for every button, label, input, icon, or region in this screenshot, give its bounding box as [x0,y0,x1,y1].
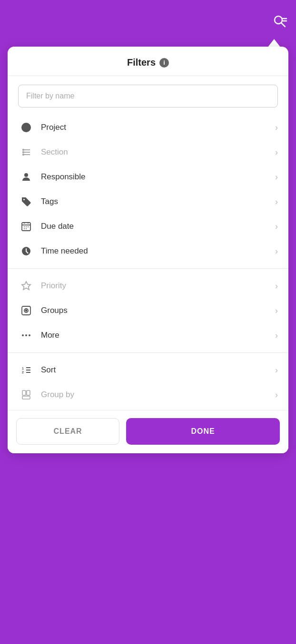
filter-list-secondary: Priority › Groups › [8,271,288,351]
search-container [8,76,288,112]
group-by-icon [18,389,34,400]
svg-point-11 [24,173,28,177]
filter-item-groups[interactable]: Groups › [8,298,288,323]
top-bar [0,0,296,43]
divider-1 [8,268,288,269]
filter-item-sort[interactable]: 1 2 Sort › [8,358,288,382]
panel-header: Filters i [8,47,288,76]
search-filter-icon[interactable] [272,14,287,29]
due-date-icon [18,221,34,232]
sort-icon: 1 2 [18,364,34,376]
filter-item-section[interactable]: Section › [8,140,288,165]
priority-icon [18,280,34,292]
groups-icon [18,305,34,316]
time-needed-icon [18,245,34,257]
svg-point-18 [26,226,27,227]
svg-text:1: 1 [22,367,24,370]
filter-item-group-by[interactable]: Group by › [8,382,288,407]
svg-rect-9 [22,151,24,153]
svg-point-21 [26,228,27,229]
svg-point-12 [23,199,25,200]
responsible-icon [18,171,34,183]
svg-point-4 [21,123,31,132]
svg-point-17 [24,226,25,227]
search-input[interactable] [18,85,278,107]
section-icon [18,146,34,158]
filter-label-tags: Tags [41,197,275,206]
svg-text:2: 2 [22,371,24,374]
chevron-due-date: › [275,222,278,232]
filter-label-sort: Sort [41,365,275,375]
filter-label-priority: Priority [41,281,275,291]
filter-label-groups: Groups [41,306,275,315]
filter-item-project[interactable]: Project › [8,115,288,140]
filters-panel: Filters i Project › [8,47,288,453]
filter-label-project: Project [41,123,275,132]
svg-point-29 [29,334,30,336]
chevron-tags: › [275,197,278,207]
filter-label-due-date: Due date [41,222,275,231]
panel-title: Filters [127,57,156,68]
svg-rect-35 [22,390,26,395]
svg-rect-10 [22,154,24,156]
svg-point-27 [22,334,24,336]
svg-rect-8 [22,149,24,151]
svg-point-28 [25,334,27,336]
filter-item-more[interactable]: More › [8,323,288,348]
chevron-more: › [275,331,278,341]
filter-list-sort: 1 2 Sort › Group by › [8,355,288,410]
chevron-section: › [275,147,278,157]
chevron-time-needed: › [275,246,278,256]
more-icon [18,330,34,341]
chevron-project: › [275,123,278,133]
done-button[interactable]: DONE [126,418,280,445]
filter-item-due-date[interactable]: Due date › [8,214,288,239]
filter-item-time-needed[interactable]: Time needed › [8,239,288,263]
filter-item-responsible[interactable]: Responsible › [8,165,288,189]
filter-label-responsible: Responsible [41,172,275,182]
svg-line-1 [281,23,285,27]
svg-point-26 [26,310,27,312]
filter-label-time-needed: Time needed [41,246,275,256]
chevron-sort: › [275,365,278,375]
filter-list-main: Project › Section › [8,112,288,266]
clear-button[interactable]: CLEAR [16,418,119,445]
filter-label-more: More [41,331,275,340]
svg-marker-23 [22,282,30,290]
divider-2 [8,352,288,353]
footer: CLEAR DONE [8,410,288,453]
project-icon [18,122,34,133]
tags-icon [18,196,34,207]
chevron-responsible: › [275,172,278,182]
svg-rect-37 [22,396,30,399]
filter-item-tags[interactable]: Tags › [8,189,288,214]
svg-point-20 [24,228,25,229]
chevron-groups: › [275,306,278,316]
chevron-priority: › [275,281,278,291]
svg-point-19 [28,226,29,227]
filter-item-priority[interactable]: Priority › [8,273,288,298]
info-icon[interactable]: i [159,58,169,68]
svg-rect-36 [27,390,30,395]
filter-label-group-by: Group by [41,390,275,400]
chevron-group-by: › [275,390,278,400]
filter-label-section: Section [41,147,275,157]
